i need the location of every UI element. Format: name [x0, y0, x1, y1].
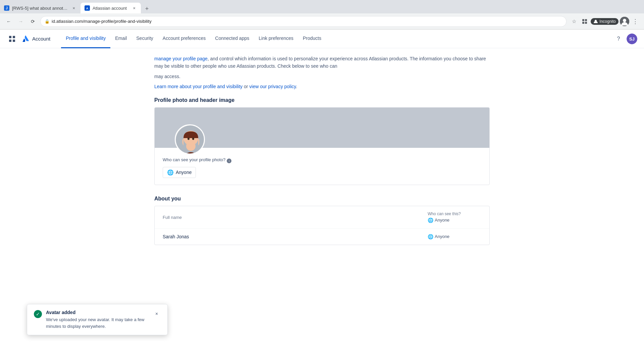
forward-button[interactable]: → — [16, 17, 25, 26]
tab-jira[interactable]: J [RWS-5] what about annotations ✕ — [0, 3, 80, 13]
fullname-label: Full name — [163, 215, 182, 220]
who-can-see-question: Who can see your profile photo? i — [163, 157, 481, 165]
new-tab-button[interactable]: + — [142, 4, 152, 13]
svg-rect-5 — [585, 19, 587, 21]
learn-more-text: Learn more about your profile and visibi… — [154, 83, 490, 90]
svg-rect-14 — [13, 40, 15, 42]
photo-card: Who can see your profile photo? i 🌐 Anyo… — [154, 107, 490, 185]
who-sees-col: Who can see this? 🌐 Anyone — [428, 212, 481, 223]
bookmark-button[interactable]: ☆ — [569, 17, 579, 26]
atlassian-logo[interactable]: Account — [21, 35, 50, 43]
nav-right: ? SJ — [613, 34, 637, 44]
back-button[interactable]: ← — [4, 17, 13, 26]
intro-text: manage your profile page, and control wh… — [154, 55, 490, 70]
info-icon[interactable]: i — [227, 159, 231, 163]
about-row-fullname-label: Full name Who can see this? 🌐 Anyone — [155, 206, 489, 229]
nav-links: Profile and visibility Email Security Ac… — [61, 29, 326, 48]
svg-rect-7 — [585, 22, 587, 24]
profile-avatar[interactable] — [175, 124, 205, 155]
toolbar-actions: ☆ Incognito ⋮ — [569, 17, 640, 26]
page-intro: manage your profile page, and control wh… — [154, 55, 490, 80]
fullname-value: Sarah Jonas — [163, 234, 189, 239]
nav-connected-apps[interactable]: Connected apps — [210, 29, 254, 48]
tab-atlassian[interactable]: A Atlassian account ✕ — [80, 3, 141, 13]
who-sees-label: Who can see this? — [428, 212, 481, 216]
about-section: About you Full name Who can see this? 🌐 … — [154, 196, 490, 245]
who-sees-audience-2[interactable]: 🌐 Anyone — [428, 234, 481, 239]
apps-grid-button[interactable] — [7, 34, 17, 44]
more-options-button[interactable]: ⋮ — [631, 17, 640, 26]
svg-text:A: A — [86, 7, 89, 10]
audience-badge-photo[interactable]: 🌐 Anyone — [163, 167, 196, 178]
learn-more-link[interactable]: Learn more about your profile and visibi… — [154, 84, 243, 89]
audience-text-2: Anyone — [435, 234, 449, 239]
app-nav: Account Profile and visibility Email Sec… — [0, 29, 644, 48]
nav-products[interactable]: Products — [298, 29, 326, 48]
privacy-policy-link[interactable]: view our privacy policy — [249, 84, 296, 89]
about-card: Full name Who can see this? 🌐 Anyone Sar… — [154, 206, 490, 245]
tab-jira-close-icon[interactable]: ✕ — [71, 5, 76, 11]
audience-text-1: Anyone — [435, 218, 449, 223]
user-avatar-button[interactable]: SJ — [627, 34, 637, 44]
globe-icon-3: 🌐 — [428, 234, 433, 239]
help-button[interactable]: ? — [613, 34, 624, 44]
main-content: manage your profile page, and control wh… — [141, 55, 503, 258]
who-sees-audience-1[interactable]: 🌐 Anyone — [428, 218, 481, 223]
nav-security[interactable]: Security — [131, 29, 158, 48]
svg-rect-11 — [9, 36, 11, 38]
fullname-value-col: Sarah Jonas — [163, 234, 428, 239]
intro-text-end: may access. — [154, 73, 490, 80]
svg-point-10 — [623, 19, 626, 22]
lock-icon: 🔒 — [45, 19, 50, 24]
globe-icon-2: 🌐 — [428, 218, 433, 223]
profile-photo-title: Profile photo and header image — [154, 97, 490, 103]
nav-account-preferences[interactable]: Account preferences — [158, 29, 210, 48]
tab-jira-title: [RWS-5] what about annotations — [12, 6, 68, 11]
svg-point-20 — [192, 137, 194, 140]
profile-photo-section: Profile photo and header image — [154, 97, 490, 185]
who-sees-col-2: 🌐 Anyone — [428, 234, 481, 239]
address-text: id.atlassian.com/manage-profile/profile-… — [52, 19, 562, 24]
tab-atlassian-close-icon[interactable]: ✕ — [131, 5, 137, 11]
user-profile-button[interactable] — [620, 17, 629, 26]
jira-favicon-icon: J — [4, 5, 9, 11]
who-can-see-label: Who can see your profile photo? — [163, 157, 225, 162]
about-row-fullname-value: Sarah Jonas 🌐 Anyone — [155, 229, 489, 245]
profile-header-banner[interactable] — [155, 108, 489, 148]
nav-profile-visibility[interactable]: Profile and visibility — [61, 29, 110, 48]
nav-link-preferences[interactable]: Link preferences — [254, 29, 298, 48]
incognito-badge: Incognito — [591, 18, 619, 25]
incognito-label: Incognito — [599, 19, 616, 24]
globe-icon: 🌐 — [167, 169, 174, 176]
manage-profile-link[interactable]: manage your profile page — [154, 56, 208, 61]
svg-text:J: J — [6, 6, 8, 10]
svg-rect-4 — [582, 19, 584, 21]
reload-button[interactable]: ⟳ — [28, 17, 38, 26]
browser-tabs: J [RWS-5] what about annotations ✕ A Atl… — [0, 0, 644, 13]
fullname-label-col: Full name — [163, 215, 428, 220]
app-logo-text: Account — [32, 36, 50, 42]
nav-email[interactable]: Email — [110, 29, 131, 48]
atlassian-favicon-icon: A — [85, 5, 90, 11]
browser-chrome: J [RWS-5] what about annotations ✕ A Atl… — [0, 0, 644, 29]
audience-label: Anyone — [176, 170, 192, 175]
tab-atlassian-title: Atlassian account — [93, 6, 129, 11]
svg-rect-13 — [9, 40, 11, 42]
address-bar[interactable]: 🔒 id.atlassian.com/manage-profile/profil… — [40, 16, 567, 27]
extensions-button[interactable] — [580, 17, 589, 26]
about-title: About you — [154, 196, 490, 202]
svg-point-21 — [186, 141, 196, 151]
svg-rect-12 — [13, 36, 15, 38]
svg-point-19 — [187, 137, 190, 140]
browser-toolbar: ← → ⟳ 🔒 id.atlassian.com/manage-profile/… — [0, 13, 644, 29]
photo-card-body: Who can see your profile photo? i 🌐 Anyo… — [155, 148, 489, 185]
svg-text:SJ: SJ — [629, 37, 635, 42]
svg-rect-6 — [582, 22, 584, 24]
